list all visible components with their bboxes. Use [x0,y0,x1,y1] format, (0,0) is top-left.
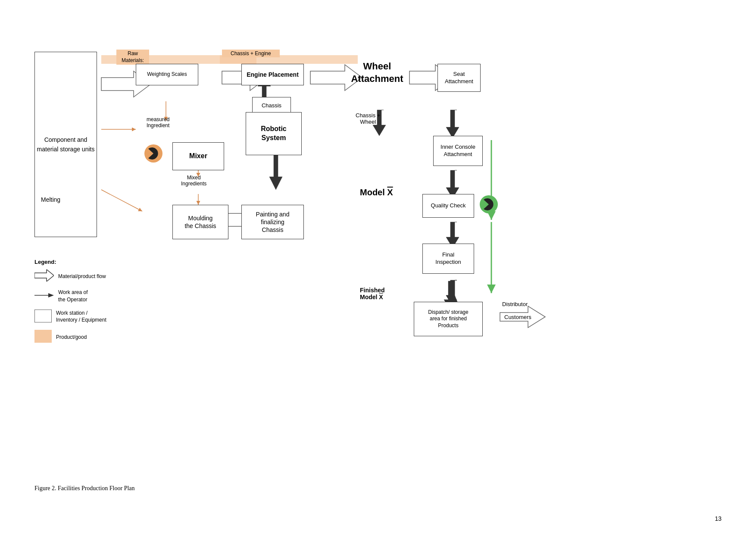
engine-placement-box: Engine Placement [241,64,304,85]
seat-attachment-box: SeatAttachment [437,64,481,92]
diagram-container: Component and material storage units Mel… [34,26,724,414]
svg-rect-31 [34,330,52,343]
mixed-ingredients-label: MixedIngredients [181,175,206,187]
final-inspection-box: FinalInspection [422,244,474,274]
quality-check-box: Quality Check [422,194,474,218]
svg-rect-30 [34,310,52,322]
legend-item-workstation: Work station /Inventory / Equipment [34,310,106,324]
moulding-box: Mouldingthe Chassis [172,205,228,239]
customers-label: Customers [504,314,531,320]
wheel-attachment-label: WheelAttachment [349,60,405,85]
page-number: 13 [715,515,722,522]
legend-item-material-flow: Material/product flow [34,269,106,283]
svg-marker-15 [487,285,496,293]
storage-box: Component and material storage units [34,52,97,237]
figure-caption: Figure 2. Facilities Production Floor Pl… [34,485,135,492]
chassis-wheel-label: Chassis +Wheel [356,112,380,125]
melting-label: Melting [41,196,60,203]
dispatch-box: Dispatch/ storagearea for finishedProduc… [414,302,483,336]
robotic-system-box: RoboticSystem [246,112,302,155]
measured-ingredient-label: measuredIngredient [147,116,169,128]
svg-marker-27 [34,269,54,282]
legend-item-work-area: Work area ofthe Operator [34,289,106,303]
pacman-green-icon [480,195,498,213]
legend: Legend: Material/product flow Work area … [34,259,106,350]
chassis-box: Chassis [252,97,291,114]
raw-materials-label: RawMaterials: [116,50,149,65]
storage-label: Component and material storage units [35,135,97,154]
painting-box: Painting andfinalizingChassis [241,205,304,239]
finished-model-label: FinishedModel X [360,287,385,300]
model-x-label: Model X [360,188,393,197]
mixer-box: Mixer [172,142,224,170]
pacman-orange-icon [144,144,162,163]
distributor-label: Distributor [502,301,528,307]
svg-line-22 [101,190,142,211]
chassis-engine-label: Chassis + Engine [222,50,280,57]
svg-marker-9 [446,110,459,138]
weighting-scales-box: Weighting Scales [136,64,198,85]
legend-item-product: Product/good [34,330,106,344]
svg-marker-29 [48,293,54,297]
legend-title: Legend: [34,259,106,265]
inner-console-box: Inner ConsoleAttachment [433,136,483,166]
legend-thin-arrow-icon [34,292,54,300]
legend-hollow-arrow-icon [34,269,54,283]
legend-box-icon [34,310,52,324]
legend-color-box-icon [34,330,52,344]
